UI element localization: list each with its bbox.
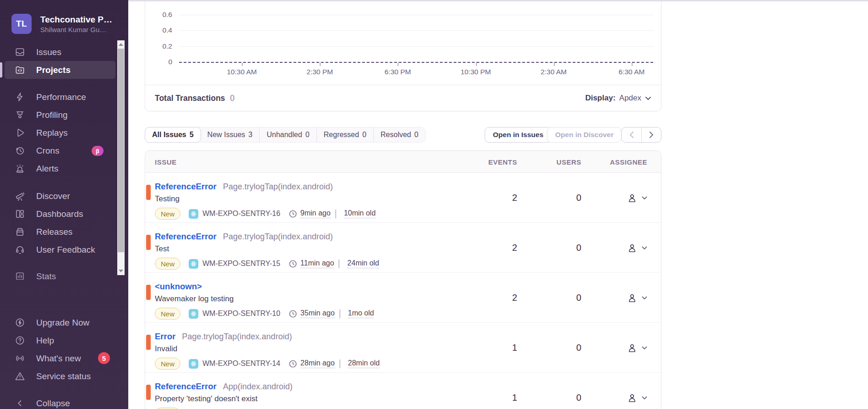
y-axis-tick-label: 0 bbox=[145, 58, 172, 66]
events-count: 2 bbox=[480, 273, 517, 323]
sidebar-item-crons[interactable]: Crons β bbox=[0, 142, 128, 160]
sidebar-item-profiling[interactable]: Profiling bbox=[0, 106, 128, 124]
sidebar-item-releases[interactable]: Releases bbox=[0, 223, 128, 241]
user-feedback-icon bbox=[14, 244, 25, 255]
sidebar-item-label: Projects bbox=[36, 65, 71, 75]
assignee-button[interactable] bbox=[609, 373, 647, 409]
org-name: Techconative P… bbox=[40, 14, 112, 25]
open-in-issues-button[interactable]: Open in Issues bbox=[485, 127, 551, 143]
sidebar-item-service-status[interactable]: Service status bbox=[0, 367, 128, 385]
issue-age[interactable]: 9min ago bbox=[300, 209, 331, 218]
tab-regressed[interactable]: Regressed 0 bbox=[317, 127, 373, 142]
sidebar-item-user-feedback[interactable]: User Feedback bbox=[0, 241, 128, 259]
issue-row[interactable]: Error Page.trylogTap(index.android) Inva… bbox=[145, 323, 661, 373]
x-axis-tick-label: 2:30 PM bbox=[292, 68, 347, 76]
sidebar-item-whats-new[interactable]: What's new 5 bbox=[0, 349, 128, 367]
issues-icon bbox=[14, 47, 25, 58]
tab-resolved[interactable]: Resolved 0 bbox=[373, 127, 426, 142]
issue-summary: Error Page.trylogTap(index.android) Inva… bbox=[155, 332, 380, 370]
previous-page-button[interactable] bbox=[622, 127, 641, 142]
issue-row[interactable]: ReferenceError Page.trylogTap(index.andr… bbox=[145, 173, 661, 223]
issue-row[interactable]: <unknown> Wavemaker log testing New WM-E… bbox=[145, 273, 661, 323]
sidebar-item-help[interactable]: Help bbox=[0, 332, 128, 349]
project-icon bbox=[189, 259, 198, 269]
projects-icon bbox=[14, 65, 25, 76]
sidebar-item-issues[interactable]: Issues bbox=[0, 43, 128, 61]
scrollbar-up-button[interactable] bbox=[117, 40, 125, 49]
issue-meta: New WM-EXPO-SENTRY-10 35min ago 1mo old bbox=[155, 308, 374, 320]
sidebar-item-dashboards[interactable]: Dashboards bbox=[0, 205, 128, 223]
total-transactions-value: 0 bbox=[230, 94, 235, 103]
issue-title-link[interactable]: <unknown> bbox=[155, 282, 202, 292]
sidebar-item-alerts[interactable]: Alerts bbox=[0, 160, 128, 177]
org-switcher[interactable]: TL Techconative P… Shilwant Kumar Gu… bbox=[11, 14, 112, 34]
issue-title-link[interactable]: ReferenceError bbox=[155, 381, 217, 392]
profiling-icon bbox=[14, 110, 25, 121]
issue-age[interactable]: 28min ago bbox=[300, 359, 335, 368]
error-level-indicator bbox=[146, 185, 151, 200]
issue-title-link[interactable]: ReferenceError bbox=[155, 182, 217, 192]
tab-unhandled[interactable]: Unhandled 0 bbox=[259, 127, 316, 142]
scrollbar-down-button[interactable] bbox=[117, 267, 125, 275]
assignee-button[interactable] bbox=[609, 323, 647, 373]
open-in-discover-button[interactable]: Open in Discover bbox=[547, 127, 622, 143]
chevron-down-icon bbox=[642, 246, 647, 250]
project-slug: WM-EXPO-SENTRY-16 bbox=[202, 210, 280, 218]
project-icon bbox=[189, 209, 198, 219]
issue-oldness[interactable]: 10min old bbox=[344, 209, 376, 218]
y-axis-tick-label: 0.6 bbox=[145, 11, 172, 19]
sidebar-item-replays[interactable]: Replays bbox=[0, 124, 128, 142]
x-axis-tick-label: 10:30 PM bbox=[448, 68, 503, 76]
scrollbar-thumb[interactable] bbox=[118, 49, 124, 252]
tab-count: 0 bbox=[415, 131, 419, 139]
sidebar-item-projects[interactable]: Projects bbox=[5, 61, 115, 79]
issue-oldness[interactable]: 1mo old bbox=[348, 309, 374, 318]
issue-row[interactable]: ReferenceError Page.trylogTap(index.andr… bbox=[145, 223, 661, 273]
issue-age[interactable]: 11min ago bbox=[300, 259, 334, 268]
sidebar-item-upgrade-now[interactable]: Upgrade Now bbox=[0, 314, 128, 332]
sidebar: TL Techconative P… Shilwant Kumar Gu… Is… bbox=[0, 0, 128, 409]
issue-oldness[interactable]: 24min old bbox=[347, 259, 379, 268]
sidebar-item-discover[interactable]: Discover bbox=[0, 187, 128, 205]
issue-title-link[interactable]: ReferenceError bbox=[155, 232, 217, 242]
issue-age[interactable]: 35min ago bbox=[300, 309, 335, 318]
quick-start-panel[interactable]: 5 Quick Start 5 Remaining tasks bbox=[0, 276, 128, 313]
y-axis-tick-label: 0.4 bbox=[145, 26, 172, 34]
next-page-button[interactable] bbox=[641, 127, 661, 142]
column-header-assignee: ASSIGNEE bbox=[609, 151, 647, 173]
issue-oldness[interactable]: 28min old bbox=[348, 359, 380, 368]
sidebar-collapse-button[interactable]: Collapse bbox=[0, 394, 128, 409]
issue-row[interactable]: ReferenceError App(index.android) Proper… bbox=[145, 373, 661, 409]
issue-culprit: Page.trylogTap(index.android) bbox=[182, 332, 292, 342]
sidebar-item-label: Help bbox=[36, 336, 54, 346]
display-selector[interactable]: Display: Apdex bbox=[585, 94, 651, 103]
project-slug: WM-EXPO-SENTRY-14 bbox=[202, 359, 280, 368]
tab-all-issues[interactable]: All Issues 5 bbox=[145, 127, 201, 143]
meta-separator bbox=[335, 210, 336, 218]
scroll-down-arrow-icon bbox=[119, 270, 123, 272]
issue-summary: ReferenceError Page.trylogTap(index.andr… bbox=[155, 232, 379, 270]
crons-icon bbox=[14, 145, 25, 156]
issue-title-link[interactable]: Error bbox=[155, 332, 175, 342]
tab-new-issues[interactable]: New Issues 3 bbox=[201, 127, 260, 142]
sidebar-item-label: Upgrade Now bbox=[36, 318, 89, 328]
chevron-down-icon bbox=[642, 346, 647, 350]
issue-meta: New WM-EXPO-SENTRY-14 28min ago 28min ol… bbox=[155, 358, 380, 370]
tab-count: 5 bbox=[190, 131, 194, 139]
assignee-button[interactable] bbox=[609, 223, 647, 273]
transactions-chart-panel: 00.20.40.610:30 AM2:30 PM6:30 PM10:30 PM… bbox=[145, 1, 661, 111]
chart-footer: Total Transactions0 Display: Apdex bbox=[145, 85, 661, 111]
org-avatar: TL bbox=[11, 14, 32, 34]
user-icon bbox=[627, 243, 638, 254]
chevron-left-icon bbox=[629, 131, 634, 138]
assignee-button[interactable] bbox=[609, 273, 647, 323]
app-window: TL Techconative P… Shilwant Kumar Gu… Is… bbox=[0, 0, 868, 409]
issue-meta: New WM-EXPO-SENTRY-16 9min ago 10min old bbox=[155, 208, 376, 220]
sidebar-item-label: Dashboards bbox=[36, 209, 83, 219]
whats-new-icon bbox=[14, 353, 25, 364]
project-icon bbox=[189, 359, 198, 369]
replays-icon bbox=[14, 127, 25, 138]
assignee-button[interactable] bbox=[609, 173, 647, 223]
meta-separator bbox=[338, 260, 339, 268]
sidebar-item-performance[interactable]: Performance bbox=[0, 88, 128, 106]
